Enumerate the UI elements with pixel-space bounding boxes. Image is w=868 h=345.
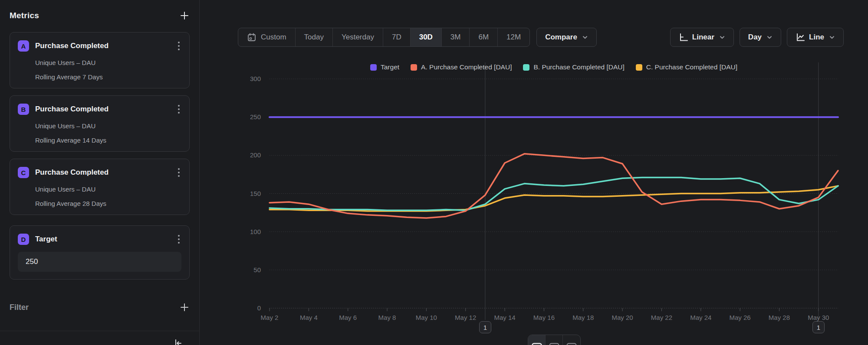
metric-menu-button[interactable]: [176, 40, 181, 52]
table-view-icon: [566, 343, 577, 345]
legend-item-b[interactable]: B. Purchase Completed [DAU]: [523, 63, 624, 71]
target-card[interactable]: D Target: [10, 225, 190, 280]
y-axis-label: 50: [224, 266, 261, 273]
x-axis-label: May 26: [720, 314, 760, 321]
add-filter-button[interactable]: [179, 302, 190, 312]
annotation-chip[interactable]: 1: [812, 321, 825, 333]
scale-label: Linear: [692, 33, 714, 42]
plus-icon: [180, 11, 189, 20]
metric-measure: Unique Users – DAU: [35, 122, 181, 130]
y-axis-label: 250: [224, 113, 261, 120]
x-axis-label: May 28: [760, 314, 799, 321]
view-toggle-chart[interactable]: [528, 335, 546, 345]
filter-header: Filter: [10, 302, 190, 312]
x-axis-label: May 14: [485, 314, 524, 321]
range-label: 7D: [392, 33, 401, 42]
x-axis-label: May 6: [329, 314, 368, 321]
plus-icon: [180, 303, 189, 312]
metrics-sidebar: Metrics A Purchase Completed Unique User…: [0, 0, 200, 345]
chevron-down-icon: [766, 34, 773, 40]
annotation-chip[interactable]: 1: [479, 321, 491, 333]
x-axis-label: May 8: [368, 314, 407, 321]
metric-title: Purchase Completed: [35, 105, 170, 114]
legend-item-c[interactable]: C. Purchase Completed [DAU]: [636, 63, 737, 71]
range-label: 30D: [419, 33, 433, 42]
collapse-sidebar-button[interactable]: [173, 338, 183, 345]
y-axis-label: 100: [224, 228, 261, 235]
collapse-left-icon: [173, 338, 183, 345]
chart-panel: Custom Today Yesterday 7D 30D 3M 6M 12M …: [200, 0, 868, 345]
range-7d[interactable]: 7D: [383, 28, 411, 46]
metrics-title: Metrics: [10, 11, 39, 20]
view-toggle-table[interactable]: [563, 335, 580, 345]
add-metric-button[interactable]: [179, 10, 190, 21]
x-axis-label: May 24: [681, 314, 720, 321]
x-axis-label: May 10: [407, 314, 446, 321]
metric-badge: C: [18, 167, 29, 178]
range-today[interactable]: Today: [296, 28, 333, 46]
legend-color-swatch: [636, 64, 642, 71]
chart-toolbar: Custom Today Yesterday 7D 30D 3M 6M 12M …: [238, 28, 844, 47]
range-label: 6M: [478, 33, 489, 42]
chevron-down-icon: [582, 34, 588, 40]
metric-badge: A: [18, 40, 29, 52]
metric-measure: Unique Users – DAU: [35, 59, 181, 66]
legend-color-swatch: [523, 64, 529, 71]
compare-button[interactable]: Compare: [536, 28, 597, 47]
range-label: 3M: [450, 33, 461, 42]
chevron-down-icon: [719, 34, 725, 40]
range-12m[interactable]: 12M: [498, 28, 529, 46]
chart-type-button[interactable]: Line: [787, 28, 844, 47]
x-axis-label: May 18: [564, 314, 603, 321]
metric-menu-button[interactable]: [176, 166, 181, 179]
range-6m[interactable]: 6M: [470, 28, 498, 46]
legend-color-swatch: [411, 64, 417, 71]
chart-view-icon: [532, 343, 542, 345]
metric-title: Purchase Completed: [35, 168, 170, 177]
metric-transform: Rolling Average 7 Days: [35, 73, 181, 81]
compare-label: Compare: [545, 33, 577, 42]
interval-button[interactable]: Day: [740, 28, 781, 47]
x-axis-label: May 16: [524, 314, 563, 321]
chart-legend: Target A. Purchase Completed [DAU] B. Pu…: [270, 63, 838, 71]
sidebar-divider: [0, 331, 200, 331]
range-3m[interactable]: 3M: [442, 28, 470, 46]
metric-title: Purchase Completed: [35, 42, 170, 50]
interval-label: Day: [748, 33, 762, 42]
view-toggle-split[interactable]: [546, 335, 563, 345]
series-line-3[interactable]: [270, 186, 838, 211]
range-label: Today: [304, 33, 324, 42]
range-custom[interactable]: Custom: [238, 28, 296, 46]
y-axis-label: 200: [224, 151, 261, 159]
x-axis-label: May 22: [642, 314, 681, 321]
metric-menu-button[interactable]: [176, 103, 181, 115]
y-axis-label: 150: [224, 190, 261, 197]
range-yesterday[interactable]: Yesterday: [333, 28, 383, 46]
linear-scale-icon: [679, 33, 688, 42]
legend-item-a[interactable]: A. Purchase Completed [DAU]: [411, 63, 512, 71]
x-axis-label: May 2: [250, 314, 289, 321]
x-axis-label: May 12: [446, 314, 485, 321]
chevron-down-icon: [829, 34, 835, 40]
scale-button[interactable]: Linear: [670, 28, 734, 47]
metric-transform: Rolling Average 28 Days: [35, 200, 181, 207]
chart-type-label: Line: [809, 33, 824, 42]
metric-measure: Unique Users – DAU: [35, 186, 181, 193]
line-chart-icon: [796, 33, 805, 42]
x-axis-label: May 20: [603, 314, 642, 321]
target-value-input[interactable]: [18, 252, 181, 272]
series-line-2[interactable]: [270, 177, 838, 210]
metric-badge: B: [18, 104, 29, 115]
metric-transform: Rolling Average 14 Days: [35, 137, 181, 144]
metric-card-a[interactable]: A Purchase Completed Unique Users – DAU …: [10, 32, 190, 88]
metric-card-c[interactable]: C Purchase Completed Unique Users – DAU …: [10, 159, 190, 215]
legend-label: A. Purchase Completed [DAU]: [421, 63, 512, 71]
range-label: 12M: [506, 33, 521, 42]
range-30d[interactable]: 30D: [411, 28, 442, 46]
metric-menu-button[interactable]: [176, 233, 181, 245]
y-axis-label: 0: [224, 304, 261, 312]
metric-badge: D: [18, 234, 29, 245]
metric-card-b[interactable]: B Purchase Completed Unique Users – DAU …: [10, 95, 190, 152]
calendar-icon: [247, 33, 256, 42]
legend-item-target[interactable]: Target: [370, 63, 399, 71]
